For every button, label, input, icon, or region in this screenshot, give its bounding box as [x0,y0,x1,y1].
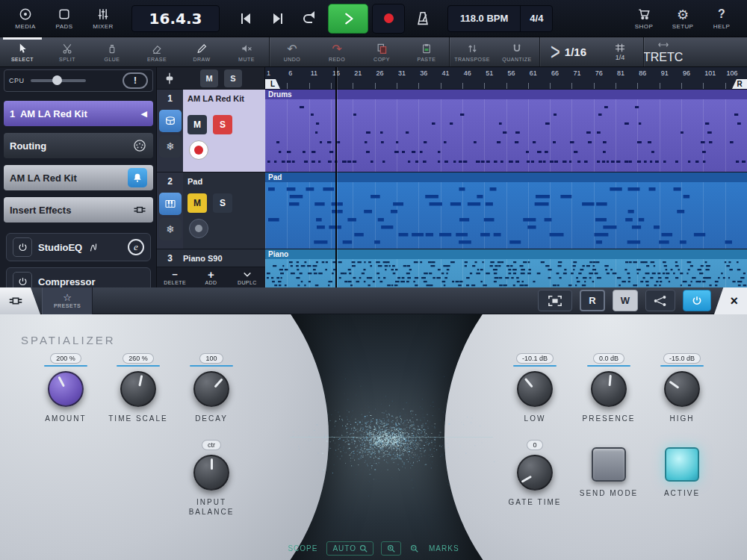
quantize-grid-button[interactable]: 1/4 [597,37,643,66]
routing-button[interactable]: Routing [4,133,153,158]
track-header-2[interactable]: 2 ❄ Pad M S [157,172,265,249]
record-arm-button[interactable] [189,219,208,238]
active-button[interactable] [665,447,699,482]
media-button[interactable]: MEDIA [6,2,45,35]
tool-glue[interactable]: GLUE [90,37,134,66]
pads-button[interactable]: PADS [45,2,84,35]
mute-button[interactable]: M [187,115,207,134]
tool-copy[interactable]: COPY [359,37,404,66]
help-button[interactable]: ? HELP [702,2,741,35]
loop-left-marker[interactable]: L [265,79,280,89]
setup-button[interactable]: ⚙ SETUP [663,2,702,35]
metronome-button[interactable] [409,4,437,34]
zoom-out-button[interactable] [409,542,420,555]
value-slider[interactable] [660,365,704,367]
input-balance-knob[interactable] [193,455,229,491]
power-icon[interactable] [13,272,32,287]
effect-slot-studioeq[interactable]: StudioEQ e [6,233,151,261]
loop-right-marker[interactable]: R [732,79,747,89]
low-knob[interactable] [517,371,553,407]
auto-zoom-button[interactable]: AUTO [326,541,374,556]
skip-back-button[interactable] [232,4,260,34]
decay-knob[interactable] [193,371,229,407]
global-mute-button[interactable]: M [200,69,218,87]
add-track-button[interactable]: + ADD [193,267,229,287]
return-to-start-button[interactable] [296,4,324,34]
track-header-3[interactable]: 3 Piano S90 [157,249,265,267]
tool-quantize[interactable]: QUANTIZE [495,37,539,66]
solo-button[interactable]: S [213,115,232,134]
effect-slot-compressor[interactable]: Compressor [6,267,151,287]
gate-time-knob[interactable] [517,455,553,491]
track-name-panel[interactable]: Pad M S [183,172,265,249]
high-knob[interactable] [664,371,700,407]
record-button[interactable] [372,4,405,34]
cpu-slider[interactable] [31,79,86,82]
presets-tab[interactable]: ☆ PRESETS [42,287,93,314]
record-arm-button[interactable] [189,140,208,160]
tool-transpose[interactable]: TRANSPOSE [450,37,495,66]
insert-effects-button[interactable]: Insert Effects [4,197,153,223]
tool-paste[interactable]: PASTE [404,37,449,66]
marks-button[interactable]: MARKS [427,542,461,555]
track-header-1[interactable]: 1 ❄ AM LA Red Kit M S [157,90,265,172]
shop-button[interactable]: SHOP [624,2,663,35]
write-automation-button[interactable]: W [613,290,638,311]
tool-undo[interactable]: ↶ UNDO [270,37,314,66]
fader-icon[interactable] [163,72,176,85]
edit-effect-button[interactable]: e [128,239,144,255]
cpu-slider-knob[interactable] [52,75,62,85]
selected-track-button[interactable]: 1 AM LA Red Kit ◀ [4,101,153,126]
scope-button[interactable]: SCOPE [286,542,319,555]
power-icon[interactable] [13,237,32,257]
zoom-in-button[interactable] [381,541,401,556]
routing-button[interactable] [645,290,675,311]
value-slider[interactable] [44,365,87,367]
keys-instrument-icon[interactable] [159,193,182,215]
tool-draw[interactable]: DRAW [179,37,224,66]
play-button[interactable] [328,4,368,34]
tool-select[interactable]: SELECT [0,37,45,66]
track-name-panel[interactable]: AM LA Red Kit M S [183,90,265,172]
cpu-alert-button[interactable]: ! [123,72,148,89]
presence-knob[interactable] [591,371,627,407]
drum-instrument-icon[interactable] [159,110,182,132]
value-slider[interactable] [513,365,557,367]
fullscreen-button[interactable] [538,290,572,311]
mixer-button[interactable]: MIXER [84,2,123,35]
freeze-snowflake-icon[interactable]: ❄ [159,218,182,240]
value-slider[interactable] [117,365,160,367]
value-slider[interactable] [190,365,233,367]
tool-split[interactable]: SPLIT [45,37,90,66]
plugin-power-button[interactable] [683,290,711,311]
skip-forward-button[interactable] [264,4,292,34]
read-automation-button[interactable]: R [580,290,605,311]
freeze-snowflake-icon[interactable]: ❄ [159,135,182,158]
send-mode-button[interactable] [592,447,626,482]
minus-icon: − [172,270,178,279]
undo-arrow-icon: ↶ [287,43,297,55]
tool-mute[interactable]: MUTE [224,37,269,66]
tool-redo[interactable]: ↷ REDO [314,37,359,66]
instrument-button[interactable]: AM LA Red Kit [4,165,153,190]
time-scale-knob[interactable] [120,371,156,407]
solo-button[interactable]: S [213,193,232,213]
value-slider[interactable] [587,365,630,367]
playhead[interactable] [335,67,337,287]
tool-erase[interactable]: ERASE [134,37,179,66]
insert-tab[interactable] [0,287,40,314]
close-plugin-button[interactable]: × [714,287,747,314]
active-unit: ACTIVE [646,447,718,498]
ruler-number: 81 [616,69,637,77]
tempo-box[interactable]: 118.0 BPM 4/4 [447,5,553,32]
grid-value-button[interactable]: > 1/16 [540,37,597,66]
global-solo-button[interactable]: S [224,69,242,87]
bar-ruler[interactable]: 1 6 11 16 21 26 31 36 [265,67,747,90]
region-pad[interactable]: Pad [265,172,747,249]
region-drums[interactable]: Drums [265,90,747,172]
mute-button[interactable]: M [187,193,207,213]
delete-track-button[interactable]: − DELETE [157,267,193,287]
amount-knob[interactable] [48,371,84,407]
duplicate-track-button[interactable]: DUPLC [229,267,265,287]
tool-stretch[interactable]: STRETCH [644,37,683,66]
